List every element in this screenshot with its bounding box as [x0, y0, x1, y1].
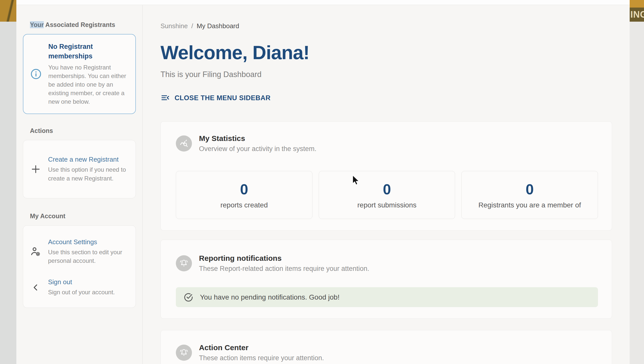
- account-settings-link[interactable]: Account Settings: [48, 238, 129, 246]
- no-registrant-memberships-card: No Registrant memberships You have no Re…: [23, 34, 136, 114]
- close-sidebar-button[interactable]: CLOSE THE MENU SIDEBAR: [160, 93, 271, 103]
- main-content: Sunshine / My Dashboard Welcome, Diana! …: [143, 5, 630, 364]
- screen: ING Your Associated Registrants: [0, 0, 644, 364]
- plus-icon: [23, 164, 48, 175]
- account-settings-item[interactable]: Account Settings Use this section to edi…: [23, 238, 129, 265]
- banner-text-fragment: ING: [630, 9, 644, 20]
- background-banner-left: [0, 0, 16, 22]
- stat-label: reports created: [220, 201, 268, 209]
- no-notifications-banner: You have no pending notifications. Good …: [176, 287, 598, 307]
- menu-open-icon: [160, 93, 170, 103]
- top-bar: [16, 0, 630, 5]
- page-subtitle: This is your Filing Dashboard: [160, 70, 612, 79]
- sign-out-item[interactable]: Sign out Sign out of your account.: [23, 278, 129, 297]
- create-registrant-card[interactable]: Create a new Registrant Use this option …: [23, 140, 136, 198]
- statistics-avatar: [176, 135, 192, 152]
- background-strip-right: ING: [630, 0, 644, 364]
- stat-reports-created: 0 reports created: [176, 171, 312, 219]
- action-center-subtitle: These action items require your attentio…: [199, 354, 324, 362]
- stat-row: 0 reports created 0 report submissions 0…: [176, 171, 598, 219]
- membership-card-body: You have no Registrant memberships. You …: [48, 63, 130, 106]
- account-settings-icon: [23, 246, 48, 258]
- breadcrumb: Sunshine / My Dashboard: [160, 22, 612, 30]
- stat-report-submissions: 0 report submissions: [319, 171, 455, 219]
- background-banner-right: [630, 0, 644, 8]
- statistics-subtitle: Overview of your activity in the system.: [199, 145, 316, 153]
- bell-icon: [179, 259, 189, 268]
- background-banner-text: ING: [630, 8, 644, 22]
- statistics-title: My Statistics: [199, 134, 316, 143]
- create-registrant-description: Use this option if you need to create a …: [48, 165, 129, 183]
- create-registrant-link[interactable]: Create a new Registrant: [48, 156, 129, 163]
- stat-label: report submissions: [357, 201, 417, 209]
- app-panel: Your Associated Registrants No Registran…: [16, 0, 630, 364]
- membership-card-title: No Registrant memberships: [48, 42, 130, 61]
- background-strip-left: [0, 22, 16, 364]
- breadcrumb-separator: /: [191, 22, 193, 30]
- account-settings-description: Use this section to edit your personal a…: [48, 248, 129, 265]
- selected-text: Your: [30, 21, 44, 28]
- reporting-notifications-card: Reporting notifications These Report-rel…: [160, 240, 612, 319]
- actions-label: Actions: [23, 127, 142, 134]
- sign-out-link[interactable]: Sign out: [48, 278, 115, 286]
- stat-value: 0: [240, 181, 248, 198]
- stat-value: 0: [383, 181, 391, 198]
- check-circle-icon: [183, 292, 193, 302]
- sidebar: Your Associated Registrants No Registran…: [16, 5, 143, 364]
- notifications-avatar: [176, 255, 192, 271]
- stat-value: 0: [526, 181, 534, 198]
- associated-registrants-label-rest: Associated Registrants: [44, 21, 115, 28]
- sign-out-description: Sign out of your account.: [48, 288, 115, 297]
- stat-registrant-memberships: 0 Registrants you are a member of: [461, 171, 598, 219]
- breadcrumb-parent[interactable]: Sunshine: [160, 22, 188, 30]
- notifications-title: Reporting notifications: [199, 254, 369, 263]
- my-account-label: My Account: [23, 212, 142, 220]
- action-center-card: Action Center These action items require…: [160, 330, 612, 364]
- my-statistics-card: My Statistics Overview of your activity …: [160, 121, 612, 231]
- no-notifications-message: You have no pending notifications. Good …: [200, 293, 340, 301]
- info-icon: [23, 68, 48, 80]
- breadcrumb-current: My Dashboard: [197, 22, 239, 30]
- query-stats-icon: [179, 139, 189, 148]
- bell-icon: [179, 348, 189, 357]
- stat-label: Registrants you are a member of: [478, 201, 581, 209]
- page-title: Welcome, Diana!: [160, 42, 612, 63]
- action-center-title: Action Center: [199, 343, 324, 352]
- chevron-left-icon: [23, 283, 48, 292]
- notifications-subtitle: These Report-related action items requir…: [199, 265, 369, 273]
- my-account-card: Account Settings Use this section to edi…: [23, 225, 136, 308]
- associated-registrants-label: Your Associated Registrants: [23, 21, 142, 28]
- action-center-avatar: [176, 345, 192, 361]
- close-sidebar-button-label: CLOSE THE MENU SIDEBAR: [175, 94, 271, 102]
